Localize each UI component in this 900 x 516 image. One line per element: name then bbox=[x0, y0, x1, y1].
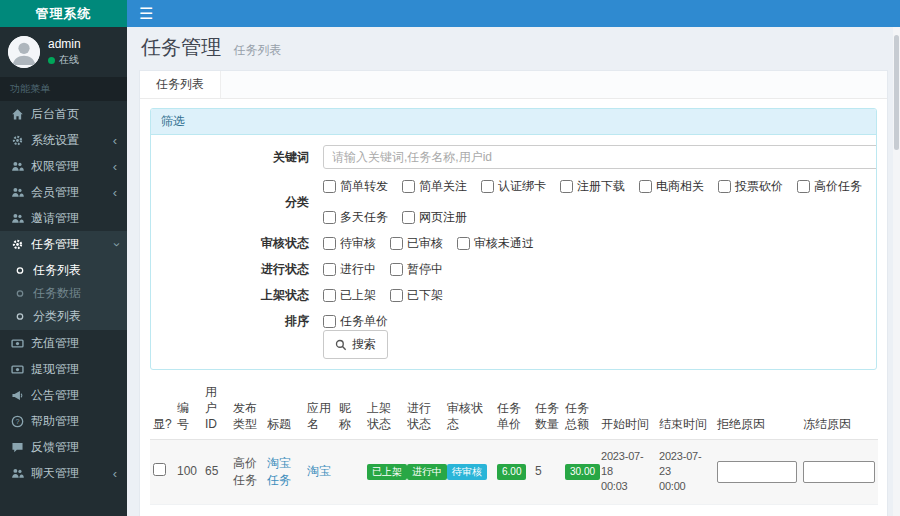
sidebar-menu: 后台首页系统设置‹权限管理‹会员管理‹邀请管理任务管理‹任务列表任务数据分类列表… bbox=[0, 101, 127, 486]
bullhorn-icon bbox=[10, 389, 24, 402]
row-select-checkbox[interactable] bbox=[153, 463, 166, 476]
circle-o-icon bbox=[14, 264, 26, 277]
top-navbar: ☰ bbox=[127, 0, 900, 27]
filter-option[interactable]: 简单转发 bbox=[323, 178, 388, 195]
filter-row-label: 排序 bbox=[161, 313, 323, 330]
chevron-left-icon: ‹ bbox=[113, 467, 117, 480]
filter-option[interactable]: 认证绑卡 bbox=[481, 178, 546, 195]
content-header: 任务管理 任务列表 bbox=[127, 27, 900, 64]
filter-option-checkbox[interactable] bbox=[639, 180, 652, 193]
filter-option-checkbox[interactable] bbox=[390, 289, 403, 302]
filter-option-checkbox[interactable] bbox=[797, 180, 810, 193]
filter-option-checkbox[interactable] bbox=[323, 263, 336, 276]
filter-option[interactable]: 高价任务 bbox=[797, 178, 862, 195]
user-icon bbox=[8, 36, 40, 68]
filter-option-label: 已上架 bbox=[340, 287, 376, 304]
filter-option[interactable]: 网页注册 bbox=[402, 209, 467, 226]
filter-option-checkbox[interactable] bbox=[481, 180, 494, 193]
filter-option-label: 电商相关 bbox=[656, 178, 704, 195]
filter-option[interactable]: 注册下载 bbox=[560, 178, 625, 195]
app-name-link[interactable]: 淘宝 bbox=[307, 464, 331, 478]
cell-user-id: 65 bbox=[202, 504, 230, 516]
audit-status-badge: 待审核 bbox=[447, 464, 487, 481]
filter-option[interactable]: 投票砍价 bbox=[718, 178, 783, 195]
sidebar-item[interactable]: 会员管理‹ bbox=[0, 179, 127, 205]
filter-option-checkbox[interactable] bbox=[323, 315, 336, 328]
filter-option[interactable]: 待审核 bbox=[323, 235, 376, 252]
users-icon bbox=[10, 160, 24, 173]
user-status: 在线 bbox=[48, 53, 81, 67]
sidebar-subitem[interactable]: 分类列表 bbox=[0, 305, 127, 328]
cell-id: 100 bbox=[174, 439, 202, 504]
filter-option-checkbox[interactable] bbox=[390, 237, 403, 250]
keyword-row: 关键词 bbox=[161, 145, 866, 169]
sidebar-item-label: 提现管理 bbox=[31, 361, 117, 378]
circle-o-icon bbox=[14, 310, 26, 323]
filter-row-label: 分类 bbox=[161, 194, 323, 211]
cell-id: 98 bbox=[174, 504, 202, 516]
task-row: 10065高价任务淘宝任务淘宝已上架进行中待审核6.00530.002023-0… bbox=[150, 439, 878, 504]
money-icon bbox=[10, 337, 24, 350]
sidebar-subitem-label: 任务数据 bbox=[33, 285, 117, 302]
filter-option[interactable]: 已审核 bbox=[390, 235, 443, 252]
sidebar-item[interactable]: 任务管理‹ bbox=[0, 231, 127, 257]
sidebar-item[interactable]: 公告管理 bbox=[0, 382, 127, 408]
filter-option[interactable]: 任务单价 bbox=[323, 313, 388, 330]
filter-option-checkbox[interactable] bbox=[457, 237, 470, 250]
sidebar-subitem[interactable]: 任务列表 bbox=[0, 259, 127, 282]
gear-icon bbox=[10, 134, 24, 147]
filter-option[interactable]: 已下架 bbox=[390, 287, 443, 304]
freeze-reason-input[interactable] bbox=[803, 461, 875, 483]
sidebar-item-label: 后台首页 bbox=[31, 106, 117, 123]
sidebar-item-label: 反馈管理 bbox=[31, 439, 117, 456]
filter-option-checkbox[interactable] bbox=[390, 263, 403, 276]
sidebar-item[interactable]: 充值管理 bbox=[0, 330, 127, 356]
sidebar-item-label: 权限管理 bbox=[31, 158, 106, 175]
filter-option[interactable]: 多天任务 bbox=[323, 209, 388, 226]
filter-option-checkbox[interactable] bbox=[718, 180, 731, 193]
sidebar-item-label: 聊天管理 bbox=[31, 465, 106, 482]
task-table-wrap: 显?编号用户ID发布类型标题应用名昵称上架状态进行状态审核状态任务单价任务数量任… bbox=[150, 380, 877, 516]
scrollbar-thumb[interactable] bbox=[894, 35, 899, 150]
users-icon bbox=[10, 186, 24, 199]
sidebar-item[interactable]: 反馈管理 bbox=[0, 434, 127, 460]
keyword-input[interactable] bbox=[323, 145, 877, 169]
user-panel: admin 在线 bbox=[0, 27, 127, 77]
sidebar-item[interactable]: 权限管理‹ bbox=[0, 153, 127, 179]
sidebar-subitem[interactable]: 任务数据 bbox=[0, 282, 127, 305]
sidebar-item[interactable]: 后台首页 bbox=[0, 101, 127, 127]
filter-option-checkbox[interactable] bbox=[323, 289, 336, 302]
page-subtitle: 任务列表 bbox=[233, 43, 281, 57]
filter-option[interactable]: 简单关注 bbox=[402, 178, 467, 195]
sidebar-item[interactable]: 系统设置‹ bbox=[0, 127, 127, 153]
column-header: 任务总额 bbox=[562, 380, 598, 439]
sidebar-item[interactable]: 邀请管理 bbox=[0, 205, 127, 231]
sidebar-item[interactable]: 提现管理 bbox=[0, 356, 127, 382]
sidebar-item-label: 会员管理 bbox=[31, 184, 106, 201]
sidebar-item[interactable]: 聊天管理‹ bbox=[0, 460, 127, 486]
filter-option[interactable]: 进行中 bbox=[323, 261, 376, 278]
comment-icon bbox=[10, 441, 24, 454]
filter-option[interactable]: 已上架 bbox=[323, 287, 376, 304]
reject-reason-input[interactable] bbox=[717, 461, 797, 483]
filter-option-checkbox[interactable] bbox=[560, 180, 573, 193]
filter-option-label: 简单关注 bbox=[419, 178, 467, 195]
filter-option-label: 认证绑卡 bbox=[498, 178, 546, 195]
task-title-link[interactable]: 淘宝任务 bbox=[267, 456, 291, 487]
table-header-row: 显?编号用户ID发布类型标题应用名昵称上架状态进行状态审核状态任务单价任务数量任… bbox=[150, 380, 878, 439]
filter-option-checkbox[interactable] bbox=[402, 180, 415, 193]
filter-option-checkbox[interactable] bbox=[323, 211, 336, 224]
filter-row: 分类简单转发简单关注认证绑卡注册下载电商相关投票砍价高价任务多天任务网页注册 bbox=[161, 178, 866, 226]
sidebar-submenu: 任务列表任务数据分类列表 bbox=[0, 257, 127, 330]
sidebar-section-label: 功能菜单 bbox=[0, 77, 127, 101]
filter-option[interactable]: 审核未通过 bbox=[457, 235, 534, 252]
hamburger-menu-icon[interactable]: ☰ bbox=[127, 6, 165, 22]
filter-option[interactable]: 电商相关 bbox=[639, 178, 704, 195]
filter-option-checkbox[interactable] bbox=[323, 180, 336, 193]
filter-option[interactable]: 暂停中 bbox=[390, 261, 443, 278]
search-button[interactable]: 搜索 bbox=[323, 330, 388, 359]
filter-option-checkbox[interactable] bbox=[323, 237, 336, 250]
tab-task-list[interactable]: 任务列表 bbox=[140, 71, 221, 98]
filter-option-checkbox[interactable] bbox=[402, 211, 415, 224]
sidebar-item[interactable]: ?帮助管理 bbox=[0, 408, 127, 434]
